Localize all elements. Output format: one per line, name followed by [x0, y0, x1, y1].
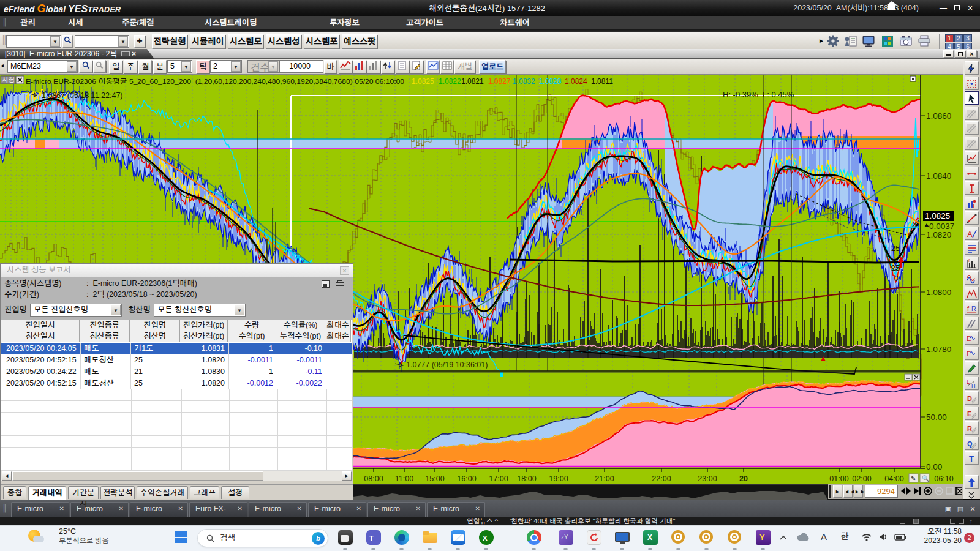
svg-text:🔍: 🔍: [922, 474, 930, 482]
svg-text:1.0825: 1.0825: [412, 77, 434, 86]
svg-text:1.0828: 1.0828: [539, 77, 562, 86]
svg-text:06:10: 06:10: [934, 474, 953, 483]
svg-text:23:00: 23:00: [698, 474, 717, 483]
svg-text:✎: ✎: [911, 475, 916, 482]
svg-text:Q: Q: [967, 440, 973, 448]
svg-text:1.0822: 1.0822: [439, 77, 461, 86]
svg-text:50.00: 50.00: [926, 413, 947, 422]
svg-text:A: A: [967, 230, 973, 239]
svg-text:17:00: 17:00: [489, 474, 508, 483]
svg-text:E: E: [967, 335, 971, 342]
svg-text:R: R: [967, 425, 972, 432]
svg-text:D: D: [967, 395, 972, 402]
svg-text:T: T: [969, 454, 974, 463]
svg-text:0.00: 0.00: [926, 462, 942, 471]
svg-text:0.0037: 0.0037: [929, 222, 954, 231]
svg-text:11:00: 11:00: [395, 474, 413, 483]
svg-text:H: H: [971, 383, 976, 389]
svg-text:1.0827: 1.0827: [488, 77, 511, 86]
svg-text:16:00: 16:00: [457, 474, 476, 483]
svg-text:1.0800: 1.0800: [926, 288, 951, 297]
svg-text:22:00: 22:00: [652, 474, 671, 483]
svg-text:08:00: 08:00: [364, 474, 383, 483]
svg-text:1.0824: 1.0824: [565, 77, 587, 86]
svg-text:1.0811: 1.0811: [591, 77, 613, 86]
svg-text:1.0832: 1.0832: [513, 77, 535, 86]
svg-text:1.0820: 1.0820: [926, 230, 951, 239]
svg-text:E-micro EUR-202306 이동평균 5_20_6: E-micro EUR-202306 이동평균 5_20_60_120_200 …: [26, 77, 404, 85]
svg-text:02:00: 02:00: [852, 474, 871, 483]
svg-text:0: 0: [894, 274, 899, 283]
svg-text:시험: 시험: [2, 76, 14, 83]
svg-text:1.0860: 1.0860: [926, 111, 951, 121]
svg-text:20: 20: [739, 474, 748, 483]
svg-text:1.0821: 1.0821: [461, 77, 484, 86]
svg-text:f: f: [967, 305, 970, 312]
svg-text:f: f: [968, 258, 970, 263]
svg-text:25: 25: [891, 244, 900, 253]
svg-text:1.0777 (05/19 10:36:01): 1.0777 (05/19 10:36:01): [406, 361, 488, 369]
svg-text:25: 25: [891, 264, 900, 272]
svg-text:1.0867 (05/18 11:22:47): 1.0867 (05/18 11:22:47): [42, 91, 123, 100]
svg-text:04:00: 04:00: [884, 474, 903, 483]
svg-text:L: L: [967, 379, 970, 385]
svg-text:1.0840: 1.0840: [926, 171, 951, 181]
svg-text:H: -0.39% L: 0.45%: H: -0.39% L: 0.45%: [723, 90, 794, 99]
svg-text:21:00: 21:00: [595, 474, 614, 483]
svg-text:E: E: [967, 350, 971, 358]
svg-text:R: R: [971, 305, 976, 312]
svg-text:E: E: [967, 410, 971, 418]
svg-text:1.0780: 1.0780: [926, 345, 951, 354]
svg-text:18:00: 18:00: [517, 474, 536, 483]
svg-text:19:00: 19:00: [549, 474, 568, 483]
svg-text:01:00: 01:00: [829, 474, 848, 483]
svg-text:1.0825: 1.0825: [925, 211, 950, 220]
svg-text:15:00: 15:00: [425, 474, 444, 483]
